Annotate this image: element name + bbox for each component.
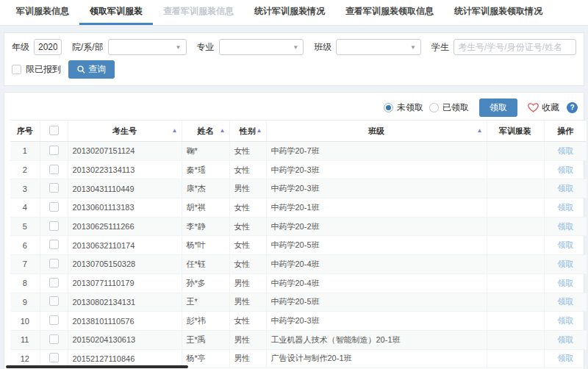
claim-link[interactable]: 领取: [557, 146, 573, 155]
student-gender: 女性: [229, 255, 266, 274]
row-checkbox[interactable]: [49, 334, 59, 344]
claim-link[interactable]: 领取: [557, 354, 573, 362]
tab[interactable]: 领取军训服装: [79, 0, 153, 25]
uniform-status: [487, 330, 544, 349]
only-reported-checkbox[interactable]: [12, 65, 21, 74]
row-checkbox[interactable]: [49, 296, 59, 306]
row-checkbox[interactable]: [49, 278, 59, 287]
action-cell: 领取: [544, 198, 587, 218]
student-name: 胡*祺: [182, 198, 229, 218]
col-name[interactable]: 姓名▲: [182, 121, 229, 142]
student-gender: 女性: [229, 217, 266, 236]
row-checkbox-cell: [40, 236, 68, 255]
claim-link[interactable]: 领取: [557, 335, 573, 344]
major-select[interactable]: ▼: [219, 39, 304, 55]
tab[interactable]: 统计军训服装情况: [244, 0, 335, 25]
student-class: 中药学20-7班: [266, 142, 487, 161]
select-all-checkbox[interactable]: [49, 126, 59, 135]
col-gender[interactable]: 性别▲: [229, 121, 266, 142]
filter-row-2: 限已报到 查询: [12, 60, 576, 79]
action-cell: 领取: [544, 312, 587, 331]
radio-circle-icon: [429, 103, 439, 112]
exam-number: 20130601113183: [68, 198, 182, 218]
help-icon[interactable]: ?: [567, 102, 578, 113]
row-checkbox[interactable]: [49, 221, 59, 231]
row-checkbox[interactable]: [49, 240, 59, 249]
action-cell: 领取: [544, 236, 587, 255]
search-button[interactable]: 查询: [68, 60, 115, 79]
claim-link[interactable]: 领取: [557, 279, 573, 287]
tab[interactable]: 查看军训服装领取信息: [335, 0, 444, 25]
student-class: 中药学20-3班: [266, 312, 487, 331]
grade-input[interactable]: [34, 39, 62, 55]
student-name: 康*杰: [182, 179, 229, 198]
class-select[interactable]: ▼: [336, 39, 421, 55]
row-index: 9: [10, 293, 40, 312]
student-gender: 女性: [229, 198, 266, 218]
table-row: 3 20130431110449 康*杰 男性 中药学20-3班 领取: [10, 179, 587, 198]
action-cell: 领取: [544, 273, 587, 293]
tab[interactable]: 军训服装信息: [6, 0, 79, 25]
claim-link[interactable]: 领取: [557, 203, 573, 212]
claim-link[interactable]: 领取: [557, 184, 573, 193]
student-name: 杨*亭: [182, 349, 229, 368]
class-label: 班级: [314, 41, 331, 54]
row-checkbox[interactable]: [49, 183, 59, 193]
claim-link[interactable]: 领取: [557, 297, 573, 306]
row-checkbox-cell: [40, 255, 68, 274]
row-index: 2: [10, 160, 40, 179]
radio-claimed[interactable]: 已领取: [429, 101, 469, 114]
row-checkbox[interactable]: [49, 353, 59, 362]
tab[interactable]: 查看军训服装信息: [153, 0, 244, 25]
claim-link[interactable]: 领取: [557, 165, 573, 174]
major-label: 专业: [197, 41, 215, 54]
claim-link[interactable]: 领取: [557, 316, 573, 325]
exam-number: 20130625111266: [68, 217, 182, 236]
row-index: 11: [10, 330, 40, 349]
student-gender: 男性: [229, 293, 266, 312]
student-class: 中药学20-3班: [266, 179, 487, 198]
student-name: 王*: [182, 293, 229, 312]
claim-link[interactable]: 领取: [557, 222, 573, 231]
claim-link[interactable]: 领取: [557, 240, 573, 249]
exam-number: 20130632110174: [68, 236, 182, 255]
student-name: 杨*叶: [182, 236, 229, 255]
student-search-input[interactable]: [453, 39, 576, 55]
department-select[interactable]: ▼: [108, 39, 187, 55]
row-checkbox[interactable]: [49, 165, 59, 174]
search-button-label: 查询: [88, 63, 106, 76]
favorite-label: 收藏: [542, 101, 559, 114]
horizontal-scrollbar-thumb[interactable]: [6, 365, 188, 368]
table-row: 2 20130223134113 秦*瑶 女性 中药学20-3班 领取: [10, 160, 587, 179]
row-checkbox[interactable]: [49, 259, 59, 268]
favorite-button[interactable]: 收藏: [528, 101, 559, 114]
tab[interactable]: 统计军训服装领取情况: [444, 0, 553, 25]
row-checkbox[interactable]: [49, 202, 59, 212]
row-index: 1: [10, 142, 40, 161]
table-row: 9 20130802134131 王* 男性 中药学20-5班 领取: [10, 293, 587, 312]
exam-number: 20130771110179: [68, 273, 182, 293]
uniform-status: [487, 236, 544, 255]
col-action: 操作: [544, 121, 587, 142]
student-class: 中药学20-1班: [266, 198, 487, 218]
row-index: 4: [10, 198, 40, 218]
row-checkbox[interactable]: [49, 315, 59, 325]
action-cell: 领取: [544, 179, 587, 198]
exam-number: 20130223134113: [68, 160, 182, 179]
student-class: 工业机器人技术（智能制造）20-1班: [266, 330, 487, 349]
table-row: 7 20130705150328 任*钰 女性 中药学20-4班 领取: [10, 255, 587, 274]
claim-link[interactable]: 领取: [557, 259, 573, 268]
col-exam-no[interactable]: 考生号▲: [68, 121, 182, 142]
sort-asc-icon: ▲: [477, 128, 483, 134]
row-checkbox[interactable]: [49, 146, 59, 155]
action-cell: 领取: [544, 142, 587, 161]
col-class[interactable]: 班级▲: [266, 121, 487, 142]
table-row: 6 20130632110174 杨*叶 女性 中药学20-5班 领取: [10, 236, 587, 255]
claim-button[interactable]: 领取: [479, 98, 517, 117]
row-checkbox-cell: [40, 293, 68, 312]
uniform-status: [487, 179, 544, 198]
filter-row-1: 年级 院/系/部 ▼ 专业 ▼ 班级 ▼ 学生: [12, 39, 576, 55]
student-gender: 男性: [229, 179, 266, 198]
radio-unclaimed[interactable]: 未领取: [384, 101, 423, 114]
uniform-status: [487, 142, 544, 161]
